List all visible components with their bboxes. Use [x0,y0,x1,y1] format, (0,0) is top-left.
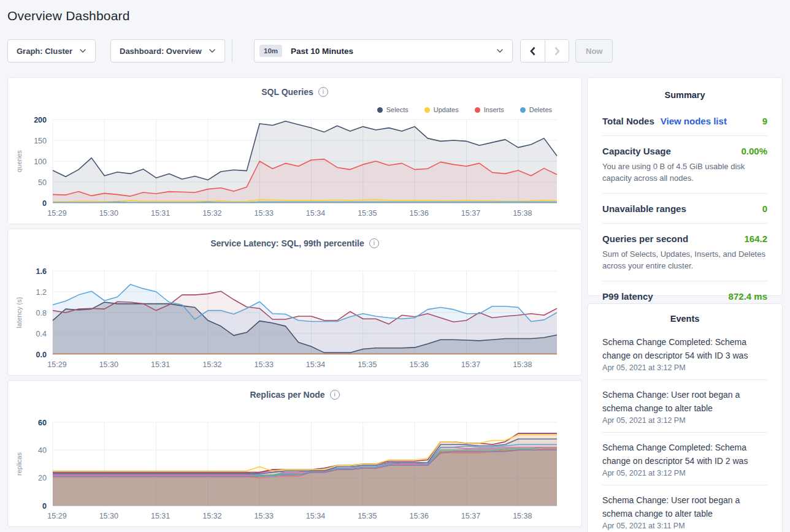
chart-canvas: 0.00.40.81.21.615:2915:3015:3115:3215:33… [8,264,582,376]
svg-text:15:34: 15:34 [306,209,325,218]
chart-panel-replicas-per-node: Replicas per Nodei 020406015:2915:3015:3… [7,380,582,527]
summary-row-description: You are using 0 B of 4.5 GiB usable disk… [602,161,767,184]
chart-panel-sql-queries: SQL Queriesi SelectsUpdatesInsertsDelete… [7,77,582,224]
chevron-right-icon [554,47,560,56]
chevron-left-icon [530,47,535,56]
dashboard-dropdown-label: Dashboard: Overview [120,47,202,56]
chart-panel-service-latency: Service Latency: SQL, 99th percentilei 0… [7,229,582,376]
svg-text:15:29: 15:29 [47,512,66,520]
chart-sql-queries[interactable]: 05010015020015:2915:3015:3115:3215:3315:… [8,112,582,224]
svg-text:15:31: 15:31 [151,360,170,369]
summary-row-value: 164.2 [744,234,767,244]
series-line-Deletes [53,202,557,203]
svg-text:1.6: 1.6 [36,267,47,276]
summary-row-label: Capacity Usage [602,146,671,156]
summary-row-label: Queries per second [602,234,688,244]
event-text: Schema Change: User root began a schema … [602,493,767,520]
events-title: Events [602,314,767,324]
svg-text:0: 0 [42,199,47,208]
svg-text:0.0: 0.0 [36,351,47,359]
svg-text:15:34: 15:34 [306,512,325,520]
y-axis-label: latency (s) [15,297,23,329]
event-timestamp: Apr 05, 2021 at 3:12 PM [602,416,767,425]
summary-row-value: 0.00% [741,146,767,156]
svg-text:15:37: 15:37 [461,360,480,369]
svg-text:15:31: 15:31 [151,512,170,520]
summary-row: Capacity Usage0.00%You are using 0 B of … [602,136,767,194]
time-next-button[interactable] [545,40,569,62]
y-axis-label: queries [15,150,23,172]
x-tick-labels: 15:2915:3015:3115:3215:3315:3415:3515:36… [47,512,532,520]
event-item[interactable]: Schema Change: User root began a schema … [602,380,767,433]
svg-text:15:38: 15:38 [513,209,532,218]
now-button[interactable]: Now [575,39,613,63]
svg-text:15:30: 15:30 [99,512,118,520]
time-range-selector[interactable]: 10m Past 10 Minutes [254,39,513,63]
event-text: Schema Change Completed: Schema change o… [602,335,767,362]
chart-title: SQL Queries [261,87,313,97]
svg-text:15:32: 15:32 [202,512,221,520]
svg-text:15:35: 15:35 [358,512,377,520]
y-tick-labels: 0204060 [38,419,47,511]
svg-text:20: 20 [38,474,47,482]
time-prev-button[interactable] [521,40,545,62]
chart-replicas-per-node[interactable]: 020406015:2915:3015:3115:3215:3315:3415:… [8,415,582,527]
svg-text:15:33: 15:33 [255,360,274,369]
summary-row-value: 9 [762,116,767,126]
summary-row-value: 872.4 ms [729,291,767,302]
summary-row: Queries per second164.2Sum of Selects, U… [602,224,767,281]
main-content: SQL Queriesi SelectsUpdatesInsertsDelete… [7,77,783,532]
summary-row-description: Sum of Selects, Updates, Inserts, and De… [602,248,767,272]
svg-text:1.2: 1.2 [36,288,47,297]
event-item[interactable]: Schema Change Completed: Schema change o… [602,433,767,485]
summary-row-value: 0 [762,203,767,214]
info-icon[interactable]: i [330,390,340,400]
event-list: Schema Change Completed: Schema change o… [602,327,767,532]
svg-text:15:38: 15:38 [513,512,532,520]
summary-row: Total NodesView nodes list9 [602,106,767,136]
charts-column: SQL Queriesi SelectsUpdatesInsertsDelete… [7,77,582,527]
svg-text:15:33: 15:33 [255,209,274,218]
time-range-label: Past 10 Minutes [291,47,496,56]
chart-header: Replicas per Nodei [8,389,581,400]
x-tick-labels: 15:2915:3015:3115:3215:3315:3415:3515:36… [47,360,532,369]
svg-text:15:37: 15:37 [461,209,480,218]
events-panel: Events Schema Change Completed: Schema c… [587,303,783,532]
chart-service-latency[interactable]: 0.00.40.81.21.615:2915:3015:3115:3215:33… [8,264,582,376]
svg-text:15:29: 15:29 [47,209,66,218]
x-tick-labels: 15:2915:3015:3115:3215:3315:3415:3515:36… [47,209,532,218]
chart-title: Replicas per Node [250,390,324,400]
svg-text:60: 60 [38,419,47,427]
chevron-down-icon [79,48,86,53]
graph-dropdown-label: Graph: Cluster [17,47,73,56]
svg-text:15:32: 15:32 [202,209,221,218]
svg-text:15:35: 15:35 [358,209,377,218]
toolbar: Graph: Cluster Dashboard: Overview 10m P… [7,39,783,63]
graph-dropdown[interactable]: Graph: Cluster [7,39,96,63]
series-areas [53,121,557,203]
svg-text:15:29: 15:29 [47,360,66,369]
svg-text:15:36: 15:36 [410,360,429,369]
summary-rows: Total NodesView nodes list9Capacity Usag… [602,106,767,311]
dashboard-dropdown[interactable]: Dashboard: Overview [110,39,225,63]
svg-text:15:32: 15:32 [202,360,221,369]
event-item[interactable]: Schema Change: User root began a schema … [602,485,767,532]
event-item[interactable]: Schema Change Completed: Schema change o… [602,327,767,380]
info-icon[interactable]: i [318,87,328,97]
info-icon[interactable]: i [369,238,379,248]
y-axis-label: replicas [15,452,23,476]
svg-text:15:37: 15:37 [461,512,480,520]
event-timestamp: Apr 05, 2021 at 3:11 PM [602,522,767,530]
svg-text:15:33: 15:33 [255,512,274,520]
svg-text:15:36: 15:36 [410,209,429,218]
svg-text:150: 150 [34,137,47,145]
y-tick-labels: 0.00.40.81.21.6 [36,267,47,359]
event-timestamp: Apr 05, 2021 at 3:12 PM [602,363,767,372]
summary-row: Unavailable ranges0 [602,194,767,224]
event-timestamp: Apr 05, 2021 at 3:12 PM [602,469,767,477]
view-nodes-list-link[interactable]: View nodes list [661,116,727,126]
svg-text:50: 50 [38,178,47,187]
y-tick-labels: 050100150200 [34,116,47,208]
time-range-badge: 10m [259,45,282,57]
svg-text:15:38: 15:38 [513,360,532,369]
